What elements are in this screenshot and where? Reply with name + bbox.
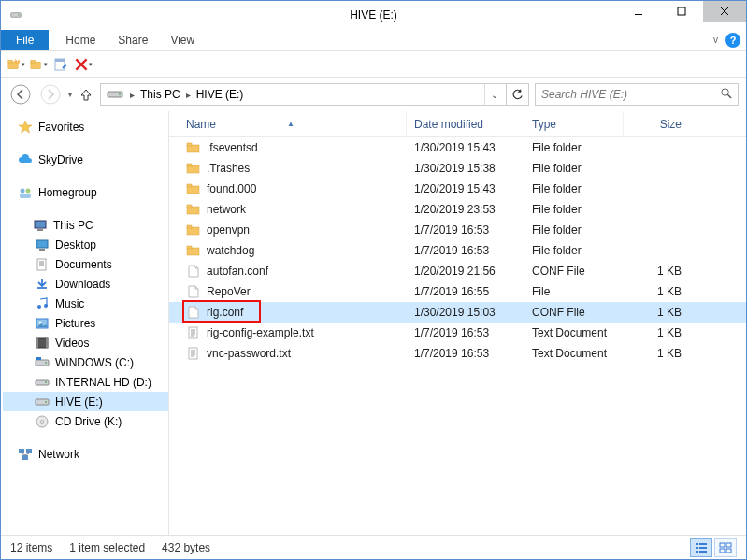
file-date: 1/30/2019 15:43 — [407, 141, 524, 154]
tree-item[interactable]: HIVE (E:) — [3, 392, 168, 411]
tree-item[interactable]: WINDOWS (C:) — [3, 352, 168, 372]
chevron-right-icon[interactable]: ▸ — [126, 90, 138, 100]
maximize-button[interactable] — [660, 1, 703, 22]
tree-item[interactable]: Music — [3, 294, 168, 313]
up-button[interactable] — [78, 85, 94, 104]
file-type: Text Document — [524, 347, 624, 360]
breadcrumb-part[interactable]: This PC — [138, 88, 182, 101]
col-type[interactable]: Type — [524, 111, 624, 136]
item-icon — [35, 336, 50, 351]
open-button[interactable]: ▾ — [29, 55, 48, 74]
search-input[interactable]: Search HIVE (E:) — [535, 83, 739, 106]
history-dropdown[interactable]: ▾ — [68, 91, 72, 99]
nav-tree[interactable]: Favorites SkyDrive Homegroup This PC Des… — [1, 111, 169, 535]
col-name[interactable]: Name▲ — [169, 111, 407, 136]
tree-item[interactable]: Pictures — [3, 313, 168, 333]
new-folder-button[interactable]: ✶ ▾ — [7, 55, 25, 74]
file-icon — [186, 161, 201, 176]
forward-button[interactable] — [38, 82, 63, 107]
view-large-button[interactable] — [714, 538, 737, 557]
tree-network[interactable]: Network — [3, 444, 168, 464]
main: Favorites SkyDrive Homegroup This PC Des… — [1, 111, 746, 535]
breadcrumb[interactable]: ▸ This PC ▸ HIVE (E:) ⌄ — [100, 83, 507, 106]
file-name: watchdog — [207, 244, 254, 257]
back-button[interactable] — [8, 82, 33, 107]
selection-size: 432 bytes — [162, 541, 210, 554]
file-list: Name▲ Date modified Type Size .fseventsd… — [169, 111, 746, 535]
help-button[interactable]: ? — [725, 33, 740, 48]
svg-rect-66 — [187, 246, 192, 249]
svg-point-35 — [44, 304, 48, 308]
file-date: 1/7/2019 16:55 — [407, 285, 524, 298]
drive-icon — [10, 8, 22, 22]
file-icon — [186, 325, 201, 340]
tab-share[interactable]: Share — [107, 30, 159, 50]
file-row[interactable]: network 1/20/2019 23:53 File folder — [169, 199, 746, 220]
ribbon-expand-icon[interactable]: v — [713, 35, 718, 45]
svg-rect-83 — [720, 543, 725, 547]
file-type: File folder — [524, 141, 624, 154]
file-row[interactable]: found.000 1/20/2019 15:43 File folder — [169, 179, 746, 199]
svg-rect-80 — [699, 547, 707, 549]
tab-view[interactable]: View — [159, 30, 206, 50]
quick-toolbar: ✶ ▾ ▾ ▾ — [1, 51, 746, 78]
breadcrumb-part[interactable]: HIVE (E:) — [194, 88, 246, 101]
file-name: RepoVer — [207, 285, 251, 298]
file-row[interactable]: watchdog 1/7/2019 16:53 File folder — [169, 240, 746, 261]
file-row[interactable]: .Trashes 1/30/2019 15:38 File folder — [169, 158, 746, 179]
file-tab[interactable]: File — [1, 30, 49, 50]
view-details-button[interactable] — [690, 538, 712, 557]
file-icon — [186, 140, 201, 155]
col-size[interactable]: Size — [624, 111, 689, 136]
tree-item[interactable]: Desktop — [3, 235, 168, 254]
svg-rect-42 — [36, 357, 41, 360]
file-name: .fseventsd — [207, 141, 258, 154]
file-row[interactable]: rig-config-example.txt 1/7/2019 16:53 Te… — [169, 323, 746, 343]
file-row[interactable]: RepoVer 1/7/2019 16:55 File 1 KB — [169, 281, 746, 302]
svg-rect-50 — [19, 449, 24, 453]
tree-item[interactable]: Videos — [3, 333, 168, 352]
svg-point-1 — [18, 14, 20, 16]
svg-point-17 — [41, 85, 60, 104]
file-size: 1 KB — [624, 347, 689, 360]
ribbon: File Home Share View v ? — [1, 29, 746, 51]
breadcrumb-dropdown[interactable]: ⌄ — [484, 84, 504, 105]
tree-favorites[interactable]: Favorites — [3, 117, 168, 136]
close-button[interactable] — [703, 1, 746, 22]
tab-home[interactable]: Home — [54, 30, 107, 50]
file-size: 1 KB — [624, 285, 689, 298]
svg-rect-26 — [37, 229, 43, 231]
tree-item[interactable]: Downloads — [3, 274, 168, 294]
file-row[interactable]: rig.conf 1/30/2019 15:03 CONF File 1 KB — [169, 302, 746, 323]
file-rows[interactable]: .fseventsd 1/30/2019 15:43 File folder .… — [169, 137, 746, 535]
item-icon — [35, 355, 50, 370]
svg-point-19 — [119, 93, 121, 95]
properties-button[interactable] — [51, 55, 70, 74]
file-type: File folder — [524, 223, 624, 237]
tree-item[interactable]: Documents — [3, 254, 168, 274]
tree-skydrive[interactable]: SkyDrive — [3, 150, 168, 169]
svg-line-54 — [25, 453, 29, 455]
file-date: 1/20/2019 15:43 — [407, 182, 524, 195]
svg-rect-82 — [699, 551, 707, 553]
item-icon — [35, 316, 50, 331]
file-row[interactable]: autofan.conf 1/20/2019 21:56 CONF File 1… — [169, 261, 746, 281]
svg-point-49 — [41, 420, 44, 423]
col-date[interactable]: Date modified — [407, 111, 524, 136]
svg-point-34 — [37, 305, 41, 309]
item-icon — [35, 237, 50, 252]
file-row[interactable]: .fseventsd 1/30/2019 15:43 File folder — [169, 137, 746, 158]
minimize-button[interactable] — [617, 1, 660, 22]
file-type: File — [524, 285, 624, 298]
svg-point-22 — [21, 188, 25, 193]
tree-homegroup[interactable]: Homegroup — [3, 182, 168, 202]
chevron-right-icon[interactable]: ▸ — [182, 90, 194, 100]
refresh-button[interactable] — [507, 83, 529, 106]
tree-item[interactable]: INTERNAL HD (D:) — [3, 372, 168, 392]
item-icon — [35, 296, 50, 311]
tree-item[interactable]: CD Drive (K:) — [3, 411, 168, 431]
delete-button[interactable]: ▾ — [74, 55, 93, 74]
tree-thispc[interactable]: This PC — [3, 215, 168, 235]
file-row[interactable]: openvpn 1/7/2019 16:53 File folder — [169, 220, 746, 240]
file-row[interactable]: vnc-password.txt 1/7/2019 16:53 Text Doc… — [169, 343, 746, 364]
